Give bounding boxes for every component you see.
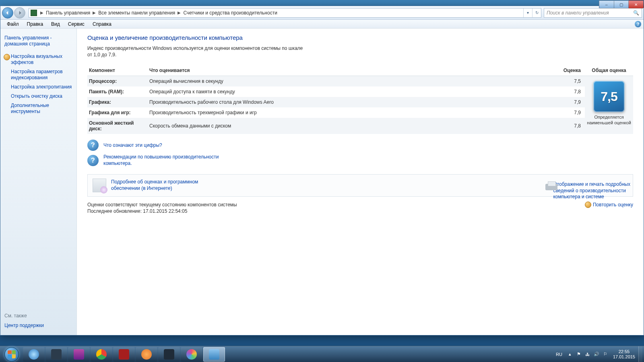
desc-processor: Операций вычисления в секунду [148,76,557,87]
clock[interactable]: 22:55 17.01.2015 [610,349,638,359]
sidebar-link-visual-effects[interactable]: Настройка визуальных эффектов [4,52,72,67]
taskbar-app-3[interactable] [68,347,90,362]
intro-text: Индекс производительности Windows исполь… [87,45,305,58]
printer-icon [545,181,550,193]
menu-help[interactable]: Справка [89,21,116,28]
clock-date: 17.01.2015 [613,354,635,360]
tray-action-center-icon[interactable]: ⚐ [602,351,609,358]
search-placeholder: Поиск в панели управления [547,10,609,16]
sidebar-link-indexing[interactable]: Настройка параметров индексирования [4,67,72,82]
sidebar-link-action-center[interactable]: Центр поддержки [4,321,72,330]
menu-view[interactable]: Вид [47,21,64,28]
taskbar-app-control-panel[interactable] [203,347,225,362]
base-score-cell: 7,5 Определяется наименьшей оценкой [585,76,633,134]
comp-memory: Память (RAM): [87,86,148,97]
tray-volume-icon[interactable]: 🔊 [593,351,600,358]
chevron-right-icon: ▶ [39,10,45,15]
control-panel-window: – ▢ ✕ ▶ Панель управления ▶ Все элементы… [0,6,644,335]
refresh-button[interactable]: ↻ [532,8,541,17]
rerun-assessment-link[interactable]: Повторить оценку [585,202,633,208]
back-button[interactable] [2,7,13,19]
sidebar-link-power[interactable]: Настройка электропитания [4,82,72,92]
base-score-badge: 7,5 [593,81,625,112]
menu-edit[interactable]: Правка [23,21,47,28]
windows-orb-icon [4,347,19,362]
navigation-bar: ▶ Панель управления ▶ Все элементы панел… [0,6,644,20]
breadcrumb[interactable]: ▶ Панель управления ▶ Все элементы панел… [29,8,541,18]
help-icon: ? [87,155,99,166]
comp-primary-disk: Основной жесткий диск: [87,118,148,134]
software-disc-icon [93,179,106,192]
print-details-text[interactable]: Отображение и печать подробных сведений … [553,181,633,200]
base-score-caption: Определяется наименьшей оценкой [586,115,632,126]
help-links: ? Что означают эти цифры? ? Рекомендации… [87,138,633,168]
breadcrumb-dropdown-button[interactable]: ▾ [523,8,532,17]
sidebar: Панель управления - домашняя страница На… [0,29,77,335]
taskbar-app-ie[interactable] [23,347,45,362]
score-memory: 7,8 [557,86,585,97]
window-controls: – ▢ ✕ [599,0,644,8]
score-graphics: 7,9 [557,97,585,107]
menu-bar: Файл Правка Вид Сервис Справка ? [0,20,644,29]
taskbar-app-blender[interactable] [136,347,157,362]
taskbar-app-picasa[interactable] [181,347,202,362]
minimize-button[interactable]: – [599,0,614,8]
comp-graphics: Графика: [87,97,148,107]
help-icon: ? [87,140,99,151]
score-gaming-graphics: 7,9 [557,107,585,118]
desc-graphics: Производительность рабочего стола для Wi… [148,97,557,107]
status-line-2: Последнее обновление: 17.01.2015 22:54:0… [87,208,237,214]
sidebar-link-advanced-tools[interactable]: Дополнительные инструменты [4,101,72,116]
col-component: Компонент [87,65,148,76]
col-base-score: Общая оценка [585,65,633,76]
control-panel-icon [31,10,37,16]
see-also-label: См. также [4,313,72,321]
wei-score-table: Компонент Что оценивается Оценка Общая о… [87,65,633,134]
print-details-link[interactable]: Отображение и печать подробных сведений … [545,181,633,200]
tray-show-hidden-icon[interactable]: ▴ [567,351,573,358]
status-row: Оценки соответствуют текущему состоянию … [87,202,633,214]
taskbar-app-chrome[interactable] [91,347,112,362]
chevron-right-icon: ▶ [91,10,97,15]
taskbar-app-2[interactable] [45,347,67,362]
score-primary-disk: 7,8 [557,118,585,134]
page-title: Оценка и увеличение производительности к… [87,34,633,41]
show-desktop-button[interactable] [638,346,642,362]
help-icon[interactable]: ? [635,21,641,27]
language-indicator[interactable]: RU [553,352,566,357]
close-button[interactable]: ✕ [629,0,644,8]
status-line-1: Оценки соответствуют текущему состоянию … [87,202,237,208]
desc-memory: Операций доступа к памяти в секунду [148,86,557,97]
breadcrumb-item[interactable]: Панель управления [45,10,91,16]
breadcrumb-item[interactable]: Все элементы панели управления [97,10,176,16]
shield-icon [585,202,591,208]
comp-processor: Процессор: [87,76,148,87]
link-performance-tips[interactable]: Рекомендации по повышению производительн… [103,154,224,167]
col-subscore: Оценка [557,65,585,76]
taskbar-app-5[interactable] [113,347,135,362]
menu-tools[interactable]: Сервис [64,21,89,28]
sidebar-link-disk-cleanup[interactable]: Открыть очистку диска [4,92,72,101]
tray-flag-icon[interactable]: ⚑ [576,351,582,358]
tray-network-icon[interactable]: 🖧 [584,351,591,358]
clock-time: 22:55 [613,349,635,354]
sidebar-home-link[interactable]: Панель управления - домашняя страница [4,33,72,49]
start-button[interactable] [1,346,23,362]
system-tray: RU ▴ ⚑ 🖧 🔊 ⚐ 22:55 17.01.2015 [553,346,643,362]
link-scores-and-software[interactable]: Подробнее об оценках и программном обесп… [111,179,224,191]
search-icon: 🔍 [633,10,639,16]
menu-file[interactable]: Файл [3,21,23,28]
forward-button[interactable] [14,7,25,19]
search-input[interactable]: Поиск в панели управления 🔍 [544,8,642,18]
chevron-right-icon: ▶ [176,10,182,15]
taskbar: RU ▴ ⚑ 🖧 🔊 ⚐ 22:55 17.01.2015 [0,346,644,362]
score-processor: 7,5 [557,76,585,87]
taskbar-app-7[interactable] [158,347,180,362]
col-what: Что оценивается [148,65,557,76]
desc-primary-disk: Скорость обмена данными с диском [148,118,557,134]
link-what-do-numbers-mean[interactable]: Что означают эти цифры? [103,142,162,149]
maximize-button[interactable]: ▢ [614,0,629,8]
comp-gaming-graphics: Графика для игр: [87,107,148,118]
content-area: Оценка и увеличение производительности к… [77,29,644,335]
breadcrumb-item[interactable]: Счетчики и средства производительности [182,10,278,16]
